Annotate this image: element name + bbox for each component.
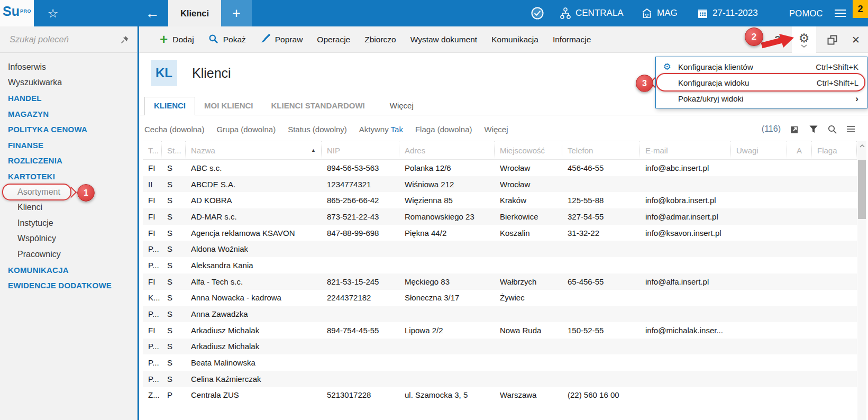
sync-status-button[interactable] [531,0,544,26]
scrollbar-up-icon[interactable] [857,141,866,151]
filter-więcej[interactable]: Więcej [485,125,508,134]
column-header-flaga[interactable]: Flaga [812,141,857,159]
view-tab-klienci-standardowi[interactable]: KLIENCI STANDARDOWI [262,97,374,115]
cell-nazwa: Arkadiusz Michalak [186,339,322,355]
cell-adres: Wiśniowa 212 [399,176,495,193]
sidebar-item-finanse[interactable]: FINANSE [0,138,137,153]
company-selector[interactable]: CENTRALA [560,0,624,26]
table-row-agencja-reklamowa-ksavon[interactable]: FISAgencja reklamowa KSAVON847-88-99-698… [143,225,857,241]
column-header-miejscowość[interactable]: Miejscowość [495,141,562,159]
pin-icon[interactable] [118,33,132,47]
column-header-st[interactable]: St... [162,141,186,159]
menu-item-pokaż-ukryj-widoki[interactable]: Pokaż/ukryj widoki› [656,90,867,106]
toolbar-button-pokaż[interactable]: Pokaż [208,34,246,46]
new-tab-button[interactable]: + [221,0,252,26]
column-header-uwagi[interactable]: Uwagi [731,141,787,159]
table-row-celina-kaźmierczak[interactable]: P...SCelina Kaźmierczak [143,371,857,387]
sidebar-item-klienci[interactable]: Klienci [0,200,137,216]
cell-nazwa: Arkadiusz Michalak [186,322,322,339]
sidebar-item-polityka-cenowa[interactable]: POLITYKA CENOWA [0,122,137,138]
table-row-aleksandra-kania[interactable]: P...SAleksandra Kania [143,257,857,273]
filter-status-dowolny[interactable]: Status (dowolny) [288,125,347,134]
column-header-a[interactable]: A [787,141,812,159]
sidebar-item-rozliczenia[interactable]: ROZLICZENIA [0,153,137,169]
hamburger-menu-icon[interactable] [835,0,851,26]
table-row-abc-s-c[interactable]: FISABC s.c.894-56-53-563Polanka 12/6Wroc… [143,160,857,176]
table-row-arkadiusz-michalak[interactable]: P...SArkadiusz Michalak [143,339,857,355]
sidebar-item-infoserwis[interactable]: Infoserwis [0,59,137,75]
filter-cecha-dowolna[interactable]: Cecha (dowolna) [144,125,204,134]
column-header-nazwa[interactable]: Nazwa▲ [186,141,322,159]
column-header-telefon[interactable]: Telefon [562,141,640,159]
magnifier-icon [208,34,218,46]
close-view-button[interactable]: ✕ [848,26,864,53]
filter-aktywny[interactable]: Aktywny Tak [359,125,403,134]
cell-nip: 1234774321 [322,176,399,193]
settings-gear-button[interactable]: ⚙ [792,26,816,53]
view-tab-klienci[interactable]: KLIENCI [144,97,195,115]
cell-uwagi [731,290,787,306]
column-header-nip[interactable]: NIP [322,141,399,159]
list-options-icon[interactable] [846,125,855,133]
table-row-aldona-woźniak[interactable]: P...SAldona Woźniak [143,241,857,257]
table-row-abcde-s-a[interactable]: IISABCDE S.A.1234774321Wiśniowa 212Wrocł… [143,176,857,193]
toolbar-button-zbiorczo[interactable]: Zbiorczo [364,35,396,44]
sidebar-item-pracownicy[interactable]: Pracownicy [0,246,137,262]
cell-t: P... [143,354,162,371]
open-in-window-icon[interactable] [790,124,800,134]
view-tab-moi-klienci[interactable]: MOI KLIENCI [195,97,262,115]
cell-adres: Słoneczna 3/17 [399,290,495,306]
toolbar-button-dodaj[interactable]: +Dodaj [160,35,194,44]
toolbar-button-operacje[interactable]: Operacje [317,35,350,44]
table-row-anna-zawadzka[interactable]: P...SAnna Zawadzka [143,306,857,322]
cell-uwagi [731,273,787,290]
toolbar-button-wystaw-dokument[interactable]: Wystaw dokument [410,35,478,44]
open-tab-klienci[interactable]: Klienci [168,0,221,26]
column-header-t[interactable]: T... [143,141,162,159]
filter-funnel-icon[interactable] [809,125,818,134]
command-search-input[interactable] [8,34,118,45]
menu-item-konfiguracja-widoku[interactable]: Konfiguracja widokuCtrl+Shift+L [656,75,867,90]
cascade-windows-button[interactable] [824,26,840,53]
table-row-alfa-tech-s-c[interactable]: FISAlfa - Tech s.c.821-53-15-245Męckiego… [143,273,857,290]
filter-grupa-dowolna[interactable]: Grupa (dowolna) [216,125,276,134]
table-row-anna-nowacka-kadrowa[interactable]: K...SAnna Nowacka - kadrowa2244372182Sło… [143,290,857,306]
sidebar-item-instytucje[interactable]: Instytucje [0,215,137,231]
favorites-star-icon[interactable]: ☆ [41,0,65,26]
help-menu[interactable]: POMOC [789,0,823,26]
help-button[interactable]: ? [771,34,784,45]
view-tab-więcej[interactable]: Więcej [374,97,423,115]
sidebar-item-komunikacja[interactable]: KOMUNIKACJA [0,262,137,278]
notification-badge[interactable]: 2 [853,0,868,18]
table-row-ad-mar-s-c[interactable]: FISAD-MAR s.c.873-521-22-43Romanowskiego… [143,208,857,225]
check-circle-icon [531,6,544,20]
toolbar-button-komunikacja[interactable]: Komunikacja [491,35,538,44]
cell-nip [322,241,399,257]
scrollbar-thumb[interactable] [858,160,866,219]
search-list-icon[interactable] [827,124,837,134]
record-count[interactable]: (116) [762,124,781,134]
column-header-adres[interactable]: Adres [399,141,495,159]
app-logo[interactable]: SuPRO [0,0,34,26]
sidebar-item-kartoteki[interactable]: KARTOTEKI [0,169,137,185]
sidebar-item-handel[interactable]: HANDEL [0,90,137,106]
back-arrow-icon[interactable]: ← [140,0,165,26]
sidebar-item-wspólnicy[interactable]: Wspólnicy [0,231,137,247]
sidebar-item-wyszukiwarka[interactable]: Wyszukiwarka [0,75,137,91]
table-row-ad-kobra[interactable]: FISAD KOBRA865-256-66-42Więzienna 85Krak… [143,192,857,208]
sidebar-item-ewidencje-dodatkowe[interactable]: EWIDENCJE DODATKOWE [0,278,137,294]
filter-bar: Cecha (dowolna)Grupa (dowolna)Status (do… [144,117,508,141]
table-row-centrala-zus[interactable]: Z...PCentrala ZUS5213017228ul. Szamocka … [143,387,857,404]
sidebar-item-magazyn[interactable]: MAGAZYN [0,106,137,122]
table-row-arkadiusz-michalak[interactable]: FISArkadiusz Michalak894-754-45-55Lipowa… [143,322,857,339]
cell-uwagi [731,306,787,322]
filter-flaga-dowolna[interactable]: Flaga (dowolna) [415,125,472,134]
date-selector[interactable]: 27-11-2023 [697,0,758,26]
toolbar-button-popraw[interactable]: Popraw [260,34,303,46]
menu-item-konfiguracja-klientów[interactable]: ⚙Konfiguracja klientówCtrl+Shift+K [656,59,867,75]
toolbar-button-informacje[interactable]: Informacje [553,35,591,44]
warehouse-selector[interactable]: MAG [641,0,678,26]
sidebar-item-asortyment[interactable]: Asortyment [0,184,137,200]
table-row-beata-malinowska[interactable]: P...SBeata Malinowska [143,354,857,371]
column-header-e-mail[interactable]: E-mail [640,141,731,159]
